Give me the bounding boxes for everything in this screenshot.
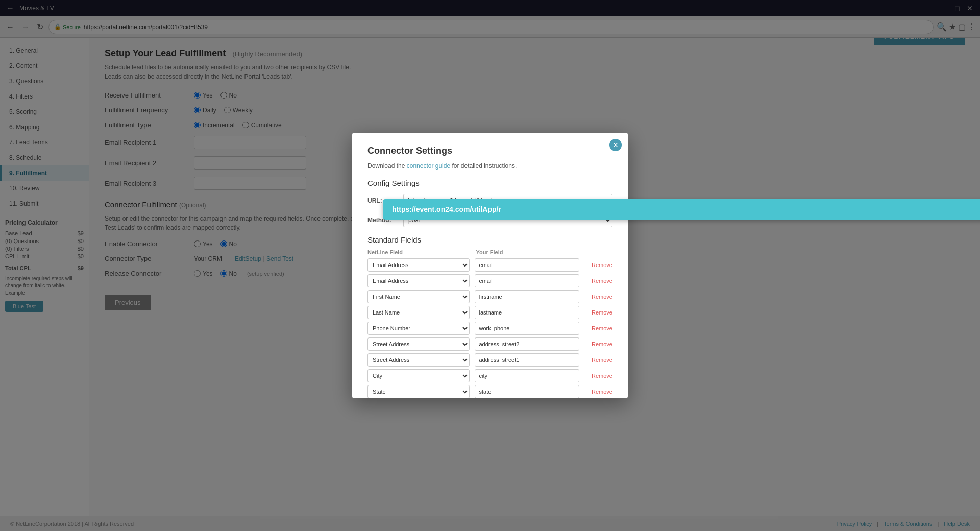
remove-field-button[interactable]: Remove xyxy=(584,294,612,300)
field-row: Email AddressRemove xyxy=(368,258,612,272)
remove-field-button[interactable]: Remove xyxy=(584,373,612,379)
your-field-input[interactable] xyxy=(475,290,580,303)
config-settings-title: Config Settings xyxy=(368,179,612,187)
connector-settings-modal: ✕ Connector Settings Download the connec… xyxy=(352,133,628,398)
remove-field-button[interactable]: Remove xyxy=(584,341,612,347)
remove-field-button[interactable]: Remove xyxy=(584,389,612,395)
field-row: Street AddressRemove xyxy=(368,337,612,351)
modal-title: Connector Settings xyxy=(368,146,612,156)
connector-guide-link[interactable]: connector guide xyxy=(407,162,450,170)
field-row: Email AddressRemove xyxy=(368,274,612,287)
modal-description: Download the connector guide for detaile… xyxy=(368,162,612,170)
remove-field-button[interactable]: Remove xyxy=(584,309,612,316)
remove-field-button[interactable]: Remove xyxy=(584,357,612,363)
remove-field-button[interactable]: Remove xyxy=(584,325,612,331)
field-row: StateRemove xyxy=(368,385,612,398)
netline-field-select[interactable]: Street Address xyxy=(368,337,470,351)
your-field-input[interactable] xyxy=(475,258,580,272)
modal-overlay: ✕ Connector Settings Download the connec… xyxy=(0,0,980,531)
your-field-input[interactable] xyxy=(475,369,580,382)
fields-container: Email AddressRemoveEmail AddressRemoveFi… xyxy=(368,258,612,398)
field-row: First NameRemove xyxy=(368,290,612,303)
field-row: CityRemove xyxy=(368,369,612,382)
your-field-input[interactable] xyxy=(475,274,580,287)
your-field-input[interactable] xyxy=(475,385,580,398)
page-wrapper: 1. General 2. Content 3. Questions 4. Fi… xyxy=(0,38,980,516)
field-row: Phone NumberRemove xyxy=(368,322,612,335)
tooltip-bubble: https://event.on24.com/utilApp/r xyxy=(383,199,980,220)
your-field-input[interactable] xyxy=(475,322,580,335)
netline-field-select[interactable]: Last Name xyxy=(368,306,470,319)
netline-field-select[interactable]: First Name xyxy=(368,290,470,303)
your-field-input[interactable] xyxy=(475,353,580,367)
netline-field-select[interactable]: Phone Number xyxy=(368,322,470,335)
your-field-header: Your Field xyxy=(476,249,580,255)
field-row: Street AddressRemove xyxy=(368,353,612,367)
netline-field-select[interactable]: State xyxy=(368,385,470,398)
field-row: Last NameRemove xyxy=(368,306,612,319)
remove-field-button[interactable]: Remove xyxy=(584,278,612,284)
standard-fields-title: Standard Fields xyxy=(368,235,612,244)
modal-close-button[interactable]: ✕ xyxy=(609,139,622,151)
fields-header: NetLine Field Your Field xyxy=(368,249,612,255)
netline-field-header: NetLine Field xyxy=(368,249,471,255)
remove-field-button[interactable]: Remove xyxy=(584,262,612,268)
netline-field-select[interactable]: Email Address xyxy=(368,258,470,272)
your-field-input[interactable] xyxy=(475,306,580,319)
netline-field-select[interactable]: Street Address xyxy=(368,353,470,367)
your-field-input[interactable] xyxy=(475,337,580,351)
netline-field-select[interactable]: Email Address xyxy=(368,274,470,287)
netline-field-select[interactable]: City xyxy=(368,369,470,382)
